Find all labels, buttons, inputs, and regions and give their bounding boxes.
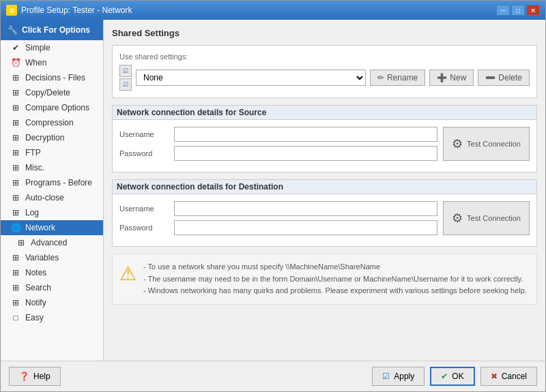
sidebar-item-misc[interactable]: ⊞ Misc. [1, 160, 103, 175]
source-username-input[interactable] [174, 127, 437, 142]
source-password-label: Password [119, 149, 174, 157]
shared-settings-select[interactable]: None [136, 70, 366, 86]
log-icon: ⊞ [10, 208, 21, 217]
checkbox-group: ☑ ☑ [119, 65, 132, 91]
source-section-title: Network connection details for Source [113, 106, 536, 120]
sidebar-item-when[interactable]: ⏰ When [1, 55, 103, 70]
sidebar-item-programs-before[interactable]: ⊞ Programs - Before [1, 175, 103, 190]
title-bar-controls: ─ □ ✕ [496, 5, 540, 16]
dest-fields: Username Password [119, 201, 437, 239]
sidebar-item-notes-label: Notes [25, 268, 46, 277]
sidebar-item-advanced[interactable]: ⊞ Advanced [1, 235, 103, 250]
shared-settings-row: ☑ ☑ None ✏ Rename ➕ New ➖ [119, 65, 530, 91]
sidebar-item-notify-label: Notify [25, 298, 46, 307]
sidebar-item-simple-label: Simple [25, 43, 51, 52]
sidebar-item-when-label: When [25, 58, 46, 67]
minimize-button[interactable]: ─ [496, 5, 510, 16]
dest-username-input[interactable] [174, 201, 437, 216]
sidebar-header-label: Click For Options [22, 25, 90, 35]
warning-box: ⚠ - To use a network share you must spec… [112, 254, 537, 305]
source-fields: Username Password [119, 127, 437, 165]
misc-icon: ⊞ [10, 163, 21, 172]
dest-conn-group: Username Password ⚙ Test Connection [119, 201, 530, 239]
sidebar-item-variables[interactable]: ⊞ Variables [1, 250, 103, 265]
sidebar-item-network[interactable]: 🌐 Network [1, 220, 103, 235]
sidebar-item-notify[interactable]: ⊞ Notify [1, 295, 103, 310]
delete-button[interactable]: ➖ Delete [478, 70, 530, 86]
sidebar-item-compare-options[interactable]: ⊞ Compare Options [1, 100, 103, 115]
new-icon: ➕ [437, 73, 447, 82]
compare-icon: ⊞ [10, 103, 21, 112]
sidebar-header[interactable]: 🔧 Click For Options [1, 20, 103, 40]
close-button[interactable]: ✕ [526, 5, 540, 16]
sidebar-item-decryption[interactable]: ⊞ Decryption [1, 130, 103, 145]
dest-section-title: Network connection details for Destinati… [113, 180, 536, 194]
sidebar-item-notes[interactable]: ⊞ Notes [1, 265, 103, 280]
sidebar-item-network-label: Network [25, 223, 55, 232]
new-button[interactable]: ➕ New [429, 70, 474, 86]
decisions-icon: ⊞ [10, 73, 21, 82]
sidebar-item-search[interactable]: ⊞ Search [1, 280, 103, 295]
sidebar-item-compression[interactable]: ⊞ Compression [1, 115, 103, 130]
sidebar-item-easy-label: Easy [25, 313, 44, 322]
dest-test-connection-button[interactable]: ⚙ Test Connection [443, 201, 530, 235]
sidebar-item-compare-label: Compare Options [25, 103, 89, 112]
apply-icon: ☑ [382, 372, 390, 381]
dest-username-row: Username [119, 201, 437, 216]
simple-icon: ✔ [10, 43, 21, 52]
source-test-icon: ⚙ [452, 136, 463, 151]
warning-line1: - To use a network share you must specif… [143, 261, 527, 273]
main-window: ⚙ Profile Setup: Tester - Network ─ □ ✕ … [0, 0, 546, 392]
sidebar-item-search-label: Search [25, 283, 51, 292]
sidebar-item-copy-label: Copy/Delete [25, 88, 70, 97]
copy-icon: ⊞ [10, 88, 21, 97]
dest-password-input[interactable] [174, 220, 437, 235]
sidebar-item-log[interactable]: ⊞ Log [1, 205, 103, 220]
ok-button[interactable]: ✔ OK [430, 367, 474, 386]
sidebar-item-decryption-label: Decryption [25, 133, 64, 142]
sidebar-item-autoclose-label: Auto-close [25, 193, 64, 202]
source-password-input[interactable] [174, 146, 437, 161]
decryption-icon: ⊞ [10, 133, 21, 142]
checkbox-1[interactable]: ☑ [119, 65, 132, 77]
title-bar: ⚙ Profile Setup: Tester - Network ─ □ ✕ [1, 1, 545, 20]
help-icon: ❓ [19, 372, 29, 381]
cancel-button[interactable]: ✖ Cancel [480, 367, 537, 386]
compression-icon: ⊞ [10, 118, 21, 127]
sidebar-item-simple[interactable]: ✔ Simple [1, 40, 103, 55]
sidebar-item-copy-delete[interactable]: ⊞ Copy/Delete [1, 85, 103, 100]
search-icon: ⊞ [10, 283, 21, 292]
sidebar-item-ftp[interactable]: ⊞ FTP [1, 145, 103, 160]
sidebar-item-decisions-label: Decisions - Files [25, 73, 85, 82]
maximize-button[interactable]: □ [511, 5, 525, 16]
source-conn-group: Username Password ⚙ Test Connection [119, 127, 530, 165]
sidebar-item-compression-label: Compression [25, 118, 74, 127]
apply-button[interactable]: ☑ Apply [372, 367, 425, 386]
ftp-icon: ⊞ [10, 148, 21, 157]
warning-line3: - Windows networking has many quirks and… [143, 285, 527, 297]
rename-button[interactable]: ✏ Rename [370, 70, 425, 86]
sidebar-item-advanced-label: Advanced [31, 238, 67, 247]
source-username-label: Username [119, 130, 174, 138]
help-button[interactable]: ❓ Help [9, 367, 61, 386]
network-icon: 🌐 [10, 223, 21, 232]
notify-icon: ⊞ [10, 298, 21, 307]
sidebar-item-auto-close[interactable]: ⊞ Auto-close [1, 190, 103, 205]
sidebar-item-easy[interactable]: □ Easy [1, 310, 103, 325]
window-title: Profile Setup: Tester - Network [21, 5, 132, 15]
advanced-icon: ⊞ [16, 238, 27, 247]
source-test-connection-button[interactable]: ⚙ Test Connection [443, 127, 530, 161]
dest-network-section: Network connection details for Destinati… [112, 179, 537, 247]
warning-line2: - The username may need to be in the for… [143, 273, 527, 286]
autoclose-icon: ⊞ [10, 193, 21, 202]
dest-username-label: Username [119, 205, 174, 213]
content-area: 🔧 Click For Options ✔ Simple ⏰ When ⊞ De… [1, 20, 545, 361]
sidebar-item-misc-label: Misc. [25, 163, 44, 172]
dest-password-row: Password [119, 220, 437, 235]
checkbox-2[interactable]: ☑ [119, 78, 132, 91]
ok-icon: ✔ [441, 372, 448, 381]
programs-icon: ⊞ [10, 178, 21, 187]
cancel-icon: ✖ [491, 372, 498, 381]
warning-text: - To use a network share you must specif… [143, 261, 527, 297]
sidebar-item-decisions-files[interactable]: ⊞ Decisions - Files [1, 70, 103, 85]
